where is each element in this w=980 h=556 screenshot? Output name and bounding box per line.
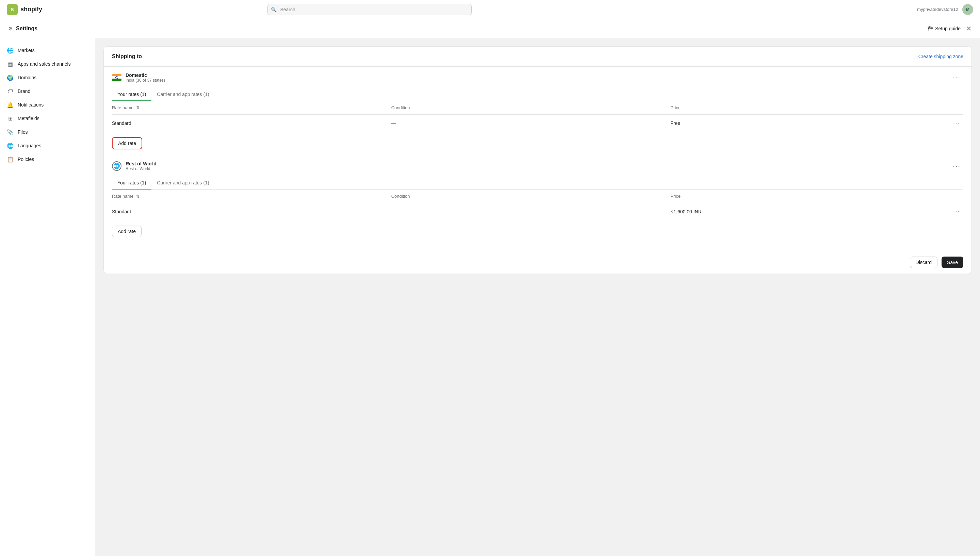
india-flag <box>112 74 121 81</box>
zone-section-row: 🌐 Rest of World Rest of World ··· Your r… <box>104 155 972 242</box>
sidebar-item-label: Notifications <box>18 102 44 108</box>
tab-your-rates-row[interactable]: Your rates (1) <box>112 176 152 189</box>
zone-info-row: 🌐 Rest of World Rest of World <box>112 161 157 171</box>
zone-header-row: 🌐 Rest of World Rest of World ··· <box>112 155 963 176</box>
flag-icon: 🏁 <box>927 26 933 31</box>
search-container: 🔍 <box>268 4 471 15</box>
rate-table-row: Rate name ⇅ Condition Price Standard — ₹… <box>112 189 963 220</box>
price-col: Price <box>670 105 950 110</box>
zone-name-domestic: Domestic <box>126 73 165 78</box>
close-button[interactable]: ✕ <box>966 24 972 33</box>
add-rate-button-row[interactable]: Add rate <box>112 226 142 237</box>
sidebar-item-label: Apps and sales channels <box>18 61 71 67</box>
table-row: Standard — Free ··· <box>112 115 963 132</box>
sidebar-item-label: Metafields <box>18 116 39 121</box>
setup-guide-button[interactable]: 🏁 Setup guide <box>927 26 961 31</box>
policies-icon: 📋 <box>7 156 14 163</box>
sidebar-item-label: Files <box>18 129 28 135</box>
main-content: Shipping to Create shipping zone <box>95 38 980 556</box>
save-button[interactable]: Save <box>941 257 963 268</box>
sidebar-item-metafields[interactable]: ⊞ Metafields <box>0 112 95 125</box>
globe-icon: 🌐 <box>112 161 121 171</box>
zone-info-domestic: Domestic India (36 of 37 states) <box>112 73 165 83</box>
topbar: S shopify 🔍 myprivatedevstore12 M <box>0 0 980 19</box>
sidebar-item-markets[interactable]: 🌐 Markets <box>0 44 95 57</box>
condition-col: Condition <box>391 105 671 110</box>
sidebar-item-label: Brand <box>18 89 30 94</box>
sidebar-item-label: Policies <box>18 157 34 162</box>
rate-table-header-row: Rate name ⇅ Condition Price <box>112 189 963 203</box>
sidebar-item-languages[interactable]: 🌐 Languages <box>0 139 95 152</box>
zone-header-domestic: Domestic India (36 of 37 states) ··· <box>112 67 963 88</box>
languages-icon: 🌐 <box>7 142 14 149</box>
markets-icon: 🌐 <box>7 47 14 54</box>
shipping-card: Shipping to Create shipping zone <box>103 46 972 274</box>
zone-options-domestic[interactable]: ··· <box>950 72 963 83</box>
rate-table-domestic: Rate name ⇅ Condition Price Standard — F… <box>112 101 963 132</box>
store-name: myprivatedevstore12 <box>917 7 958 12</box>
settings-title: Settings <box>16 26 37 32</box>
row-tabs: Your rates (1) Carrier and app rates (1) <box>112 176 963 189</box>
bottom-bar: Discard Save <box>104 251 972 273</box>
brand-icon: 🏷 <box>7 88 14 95</box>
domestic-tabs: Your rates (1) Carrier and app rates (1) <box>112 88 963 101</box>
logo[interactable]: S shopify <box>7 4 42 15</box>
sidebar-item-notifications[interactable]: 🔔 Notifications <box>0 98 95 112</box>
avatar[interactable]: M <box>962 4 973 15</box>
zone-sub-domestic: India (36 of 37 states) <box>126 78 165 83</box>
apps-icon: ▦ <box>7 61 14 67</box>
price-standard-domestic: Free <box>670 120 950 126</box>
condition-standard-domestic: — <box>391 120 671 126</box>
zone-options-row[interactable]: ··· <box>950 161 963 171</box>
tab-your-rates-domestic[interactable]: Your rates (1) <box>112 88 152 101</box>
table-row: Standard — ₹1,600.00 INR ··· <box>112 203 963 220</box>
condition-standard-row: — <box>391 209 671 214</box>
tab-carrier-rates-domestic[interactable]: Carrier and app rates (1) <box>152 88 215 101</box>
layout: 🌐 Markets ▦ Apps and sales channels 🌍 Do… <box>0 38 980 556</box>
notifications-icon: 🔔 <box>7 102 14 108</box>
gear-icon: ⚙ <box>8 26 13 31</box>
topbar-right: myprivatedevstore12 M <box>917 4 973 15</box>
tab-carrier-rates-row[interactable]: Carrier and app rates (1) <box>152 176 215 189</box>
search-input[interactable] <box>268 4 471 15</box>
rate-name-col: Rate name ⇅ <box>112 105 391 110</box>
rate-name-standard-domestic: Standard <box>112 120 391 126</box>
domains-icon: 🌍 <box>7 74 14 81</box>
sidebar-item-apps-sales[interactable]: ▦ Apps and sales channels <box>0 57 95 71</box>
zone-sub-row: Rest of World <box>126 166 157 171</box>
rate-options-standard-row[interactable]: ··· <box>950 208 963 215</box>
zone-section-domestic: Domestic India (36 of 37 states) ··· You… <box>104 67 972 155</box>
settings-header: ⚙ Settings 🏁 Setup guide ✕ <box>0 19 980 38</box>
sidebar-item-label: Markets <box>18 48 35 53</box>
metafields-icon: ⊞ <box>7 115 14 122</box>
shopify-icon: S <box>7 4 18 15</box>
sidebar-item-brand[interactable]: 🏷 Brand <box>0 84 95 98</box>
zone-name-row: Rest of World <box>126 161 157 166</box>
sidebar-item-policies[interactable]: 📋 Policies <box>0 152 95 166</box>
create-shipping-zone-link[interactable]: Create shipping zone <box>919 54 963 59</box>
shipping-card-header: Shipping to Create shipping zone <box>104 47 972 67</box>
sidebar: 🌐 Markets ▦ Apps and sales channels 🌍 Do… <box>0 38 95 556</box>
price-col-row: Price <box>670 194 950 199</box>
shipping-to-title: Shipping to <box>112 53 142 60</box>
rate-name-standard-row: Standard <box>112 209 391 214</box>
add-rate-button-domestic[interactable]: Add rate <box>112 137 142 149</box>
sort-icon: ⇅ <box>136 105 139 110</box>
sidebar-item-domains[interactable]: 🌍 Domains <box>0 71 95 84</box>
sidebar-item-label: Domains <box>18 75 36 80</box>
rate-options-standard-domestic[interactable]: ··· <box>950 120 963 127</box>
price-standard-row: ₹1,600.00 INR <box>670 209 950 214</box>
rate-table-header-domestic: Rate name ⇅ Condition Price <box>112 101 963 115</box>
rate-name-col-row: Rate name ⇅ <box>112 194 391 199</box>
sidebar-item-files[interactable]: 📎 Files <box>0 125 95 139</box>
sort-icon-row: ⇅ <box>136 194 139 199</box>
sidebar-item-label: Languages <box>18 143 41 149</box>
discard-button[interactable]: Discard <box>910 257 938 268</box>
files-icon: 📎 <box>7 129 14 136</box>
condition-col-row: Condition <box>391 194 671 199</box>
search-icon: 🔍 <box>271 7 277 12</box>
logo-text: shopify <box>20 6 42 13</box>
